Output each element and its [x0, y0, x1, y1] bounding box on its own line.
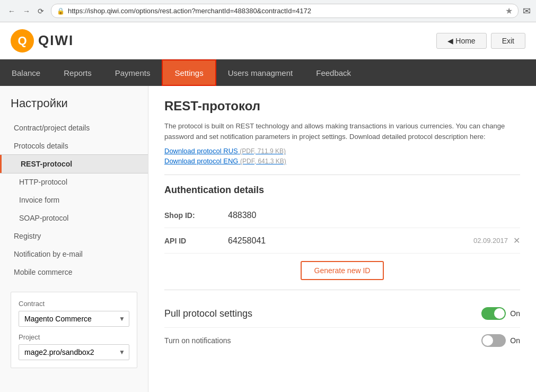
home-arrow-icon: ◀: [447, 37, 453, 45]
api-id-close-button[interactable]: ✕: [513, 236, 520, 246]
auth-section-header: Authentication details: [164, 185, 520, 196]
shop-id-label: Shop ID:: [164, 211, 228, 220]
pull-toggle[interactable]: [481, 307, 506, 320]
notifications-row: Turn on notifications On: [164, 328, 520, 353]
project-label: Project: [19, 333, 129, 341]
refresh-button[interactable]: ⟳: [35, 6, 47, 16]
contract-label: Contract: [19, 300, 129, 308]
api-id-value: 64258041: [228, 236, 463, 246]
api-id-date: 02.09.2017: [473, 237, 508, 245]
pull-protocol-row: Pull protocol settings On: [164, 300, 520, 328]
shop-id-row: Shop ID: 488380: [164, 203, 520, 228]
sidebar-item-contract-project[interactable]: Contract/project details: [0, 119, 148, 137]
notifications-toggle-label: On: [510, 336, 520, 345]
main-content: Настройки Contract/project details Proto…: [0, 86, 536, 392]
nav-item-feedback[interactable]: Feedback: [304, 59, 363, 86]
bookmark-button[interactable]: ★: [505, 6, 513, 16]
sidebar-item-notification-email[interactable]: Notification by e-mail: [0, 245, 148, 263]
forward-button[interactable]: →: [20, 6, 33, 16]
exit-label: Exit: [502, 37, 514, 45]
content-area: REST-протокол The protocol is built on R…: [148, 86, 536, 392]
project-dropdown-wrapper: mage2.pro/sandbox2 ▼: [19, 344, 129, 360]
page-title: REST-протокол: [164, 99, 520, 114]
header-buttons: ◀ Home Exit: [436, 33, 525, 49]
pull-protocol-section: Pull protocol settings On Turn on notifi…: [164, 300, 520, 353]
nav-item-users[interactable]: Users managment: [216, 59, 305, 86]
shop-id-value: 488380: [228, 211, 520, 220]
pull-section-label: Pull protocol settings: [164, 308, 481, 319]
contract-dropdown-wrapper: Magento Commerce ▼: [19, 311, 129, 327]
download-eng-link[interactable]: Download protocol ENG (PDF, 641.3 KB): [164, 157, 520, 165]
sidebar-item-mobile-commerce[interactable]: Mobile commerce: [0, 263, 148, 281]
browser-nav-buttons: ← → ⟳: [5, 6, 47, 16]
nav-item-settings[interactable]: Settings: [162, 59, 216, 86]
notifications-label: Turn on notifications: [164, 336, 481, 345]
project-dropdown[interactable]: mage2.pro/sandbox2: [19, 344, 129, 360]
mail-button[interactable]: ✉: [523, 5, 531, 17]
home-button[interactable]: ◀ Home: [436, 33, 486, 49]
exit-button[interactable]: Exit: [491, 33, 525, 49]
download-rus-link[interactable]: Download protocol RUS (PDF, 711.9 KB): [164, 147, 520, 155]
eng-link-note: (PDF, 641.3 KB): [240, 158, 286, 165]
content-description: The protocol is built on REST technology…: [164, 121, 520, 142]
logo-text: QIWI: [38, 32, 74, 49]
sidebar-contract-box: Contract Magento Commerce ▼ Project mage…: [11, 292, 137, 368]
rus-link-note: (PDF, 711.9 KB): [240, 147, 286, 155]
sidebar-item-registry[interactable]: Registry: [0, 227, 148, 245]
nav-bar: Balance Reports Payments Settings Users …: [0, 59, 536, 86]
pull-toggle-label: On: [510, 309, 520, 318]
sidebar-title: Настройки: [0, 97, 148, 119]
home-label: Home: [455, 37, 475, 45]
sidebar-item-invoice-form[interactable]: Invoice form: [0, 191, 148, 209]
pull-divider: [164, 290, 520, 290]
auth-divider: [164, 175, 520, 175]
sidebar-item-protocols[interactable]: Protocols details: [0, 137, 148, 155]
api-id-label: API ID: [164, 237, 228, 245]
api-id-row: API ID 64258041 02.09.2017 ✕: [164, 228, 520, 254]
sidebar: Настройки Contract/project details Proto…: [0, 86, 148, 392]
notifications-toggle[interactable]: [481, 334, 506, 347]
pull-toggle-container: On: [481, 307, 520, 320]
url-text: https://ishop.qiwi.com/options/rest.acti…: [68, 7, 502, 15]
logo-letter: Q: [17, 34, 27, 48]
back-button[interactable]: ←: [5, 6, 18, 16]
address-bar[interactable]: 🔒 https://ishop.qiwi.com/options/rest.ac…: [51, 4, 519, 18]
generate-new-id-button[interactable]: Generate new ID: [301, 261, 384, 280]
sidebar-item-rest-protocol[interactable]: REST-protocol: [0, 155, 148, 173]
sidebar-item-http-protocol[interactable]: HTTP-protocol: [0, 173, 148, 191]
secure-icon: 🔒: [57, 7, 65, 15]
logo-area: Q QIWI: [11, 29, 74, 53]
notifications-toggle-container: On: [481, 334, 520, 347]
browser-bar: ← → ⟳ 🔒 https://ishop.qiwi.com/options/r…: [0, 0, 536, 22]
app-header: Q QIWI ◀ Home Exit: [0, 22, 536, 59]
sidebar-item-soap-protocol[interactable]: SOAP-protocol: [0, 209, 148, 227]
nav-item-payments[interactable]: Payments: [103, 59, 162, 86]
nav-item-balance[interactable]: Balance: [0, 59, 52, 86]
contract-dropdown[interactable]: Magento Commerce: [19, 311, 129, 327]
nav-item-reports[interactable]: Reports: [52, 59, 103, 86]
logo-icon: Q: [11, 29, 34, 53]
